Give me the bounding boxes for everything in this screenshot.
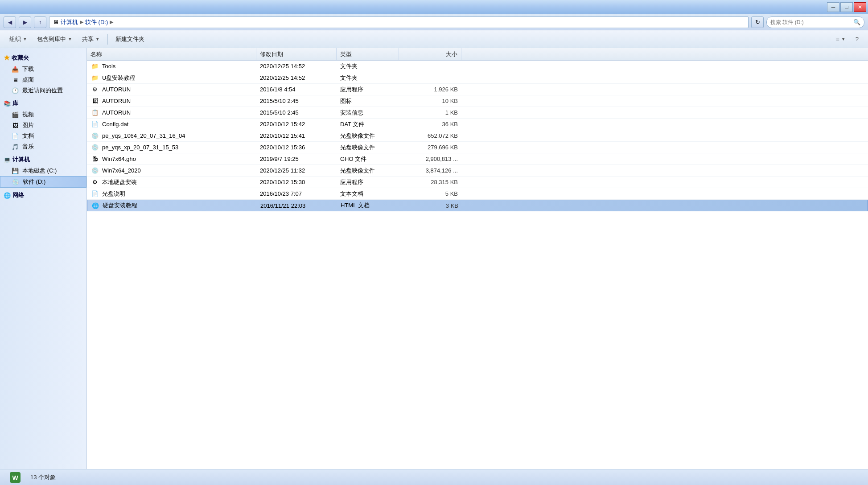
- cell-name: 💿 Win7x64_2020: [87, 165, 256, 176]
- sidebar-item-video[interactable]: 🎬 视频: [0, 109, 86, 120]
- file-name: Win7x64.gho: [102, 156, 136, 162]
- forward-button[interactable]: ▶: [19, 16, 31, 28]
- breadcrumb-drive[interactable]: 软件 (D:): [85, 18, 108, 26]
- breadcrumb-computer[interactable]: 计算机: [61, 18, 78, 26]
- sidebar-item-download[interactable]: 📥 下载: [0, 64, 86, 74]
- file-type-icon: 📄: [91, 120, 99, 128]
- sidebar-item-music[interactable]: 🎵 音乐: [0, 141, 86, 152]
- library-section: 📚 库 🎬 视频 🖼 图片 📄 文档 🎵 音乐: [0, 98, 86, 152]
- cell-name: ⚙ 本地硬盘安装: [87, 177, 256, 188]
- back-button[interactable]: ◀: [4, 16, 16, 28]
- cell-size: 652,072 KB: [399, 130, 461, 141]
- cell-size: 2,900,813 ...: [399, 153, 461, 164]
- cell-type: 应用程序: [337, 84, 399, 95]
- file-type-icon: 💿: [91, 144, 99, 152]
- library-label: 库: [12, 99, 18, 107]
- docs-icon: 📄: [11, 132, 20, 140]
- cell-type: 图标: [337, 95, 399, 107]
- view-arrow: ▼: [841, 37, 846, 41]
- table-row[interactable]: 📄 光盘说明 2016/10/23 7:07 文本文档 5 KB: [87, 188, 868, 200]
- col-date-header[interactable]: 修改日期: [256, 48, 337, 60]
- svg-text:W: W: [12, 474, 18, 481]
- search-icon: 🔍: [853, 19, 860, 25]
- table-row[interactable]: ⚙ AUTORUN 2016/1/8 4:54 应用程序 1,926 KB: [87, 84, 868, 95]
- col-type-header[interactable]: 类型: [337, 48, 399, 60]
- cell-type: 光盘映像文件: [337, 130, 399, 141]
- col-name-header[interactable]: 名称: [87, 48, 256, 60]
- favorites-header[interactable]: ★ 收藏夹: [0, 52, 86, 64]
- organize-button[interactable]: 组织 ▼: [5, 33, 31, 46]
- network-section: 🌐 网络: [0, 189, 86, 201]
- cell-date: 2016/11/21 22:03: [257, 200, 337, 211]
- col-size-header[interactable]: 大小: [399, 48, 461, 60]
- file-name: 光盘说明: [102, 190, 125, 198]
- table-row[interactable]: 📁 U盘安装教程 2020/12/25 14:52 文件夹: [87, 72, 868, 84]
- newfolder-button[interactable]: 新建文件夹: [111, 33, 148, 46]
- table-row[interactable]: 💿 Win7x64_2020 2020/12/25 11:32 光盘映像文件 3…: [87, 165, 868, 177]
- table-row[interactable]: ⚙ 本地硬盘安装 2020/10/12 15:30 应用程序 28,315 KB: [87, 177, 868, 188]
- computer-section: 💻 计算机 💾 本地磁盘 (C:) 💿 软件 (D:): [0, 154, 86, 188]
- cell-name: 📁 U盘安装教程: [87, 72, 256, 83]
- cell-date: 2020/10/12 15:36: [256, 142, 337, 153]
- desktop-icon: 🖥: [11, 76, 20, 84]
- library-folder-icon: 📚: [4, 100, 11, 107]
- refresh-button[interactable]: ↻: [751, 16, 764, 28]
- table-row[interactable]: 🗜 Win7x64.gho 2019/9/7 19:25 GHO 文件 2,90…: [87, 153, 868, 165]
- cell-size: 1 KB: [399, 107, 461, 118]
- library-header[interactable]: 📚 库: [0, 98, 86, 109]
- network-header[interactable]: 🌐 网络: [0, 189, 86, 201]
- cell-size: 3 KB: [399, 200, 462, 211]
- main-layout: ★ 收藏夹 📥 下载 🖥 桌面 🕐 最近访问的位置 📚 库: [0, 48, 868, 469]
- maximize-button[interactable]: □: [840, 2, 853, 12]
- up-button[interactable]: ↑: [34, 16, 46, 28]
- table-row[interactable]: 📋 AUTORUN 2015/5/10 2:45 安装信息 1 KB: [87, 107, 868, 119]
- cell-date: 2020/10/12 15:30: [256, 177, 337, 188]
- sidebar-download-label: 下载: [22, 65, 34, 73]
- sidebar-video-label: 视频: [22, 111, 34, 119]
- computer-header-icon: 💻: [4, 156, 11, 163]
- cell-name: 💿 pe_yqs_1064_20_07_31_16_04: [87, 130, 256, 141]
- sidebar-item-desktop[interactable]: 🖥 桌面: [0, 74, 86, 85]
- file-type-icon: 🗜: [91, 155, 99, 163]
- newfolder-label: 新建文件夹: [115, 35, 144, 43]
- computer-header[interactable]: 💻 计算机: [0, 154, 86, 165]
- sidebar-item-c-drive[interactable]: 💾 本地磁盘 (C:): [0, 165, 86, 176]
- file-type-icon: 💿: [91, 132, 99, 140]
- file-type-icon: 💿: [91, 167, 99, 175]
- table-row[interactable]: 🌐 硬盘安装教程 2016/11/21 22:03 HTML 文档 3 KB: [87, 200, 868, 211]
- table-row[interactable]: 💿 pe_yqs_1064_20_07_31_16_04 2020/10/12 …: [87, 130, 868, 142]
- file-type-icon: ⚙: [91, 178, 99, 186]
- table-row[interactable]: 📄 Config.dat 2020/10/12 15:42 DAT 文件 36 …: [87, 119, 868, 130]
- download-icon: 📥: [11, 65, 20, 73]
- library-button[interactable]: 包含到库中 ▼: [33, 33, 76, 46]
- table-row[interactable]: 🖼 AUTORUN 2015/5/10 2:45 图标 10 KB: [87, 95, 868, 107]
- file-type-icon: 🌐: [91, 201, 100, 210]
- file-name: pe_yqs_1064_20_07_31_16_04: [102, 132, 185, 139]
- cell-size: 10 KB: [399, 95, 461, 107]
- help-button[interactable]: ?: [852, 33, 863, 46]
- search-input[interactable]: [770, 19, 852, 25]
- pictures-icon: 🖼: [11, 121, 20, 129]
- sidebar-desktop-label: 桌面: [22, 76, 34, 84]
- forward-icon: ▶: [23, 19, 27, 25]
- sidebar-item-docs[interactable]: 📄 文档: [0, 131, 86, 141]
- file-name: AUTORUN: [102, 86, 131, 93]
- minimize-button[interactable]: ─: [827, 2, 839, 12]
- library-arrow: ▼: [68, 37, 72, 41]
- sidebar-item-pictures[interactable]: 🖼 图片: [0, 120, 86, 131]
- cell-date: 2016/1/8 4:54: [256, 84, 337, 95]
- cell-size: 279,696 KB: [399, 142, 461, 153]
- sidebar-music-label: 音乐: [22, 143, 34, 151]
- file-type-icon: 📄: [91, 190, 99, 198]
- share-button[interactable]: 共享 ▼: [78, 33, 104, 46]
- favorites-label: 收藏夹: [12, 54, 29, 62]
- status-bar: W 13 个对象: [0, 469, 868, 485]
- sidebar-item-d-drive[interactable]: 💿 软件 (D:): [0, 176, 86, 188]
- sidebar-item-recent[interactable]: 🕐 最近访问的位置: [0, 85, 86, 96]
- cell-size: 36 KB: [399, 119, 461, 130]
- view-button[interactable]: ≡ ▼: [832, 33, 850, 46]
- close-button[interactable]: ✕: [854, 2, 866, 12]
- table-row[interactable]: 💿 pe_yqs_xp_20_07_31_15_53 2020/10/12 15…: [87, 142, 868, 153]
- back-icon: ◀: [8, 19, 12, 25]
- table-row[interactable]: 📁 Tools 2020/12/25 14:52 文件夹: [87, 61, 868, 72]
